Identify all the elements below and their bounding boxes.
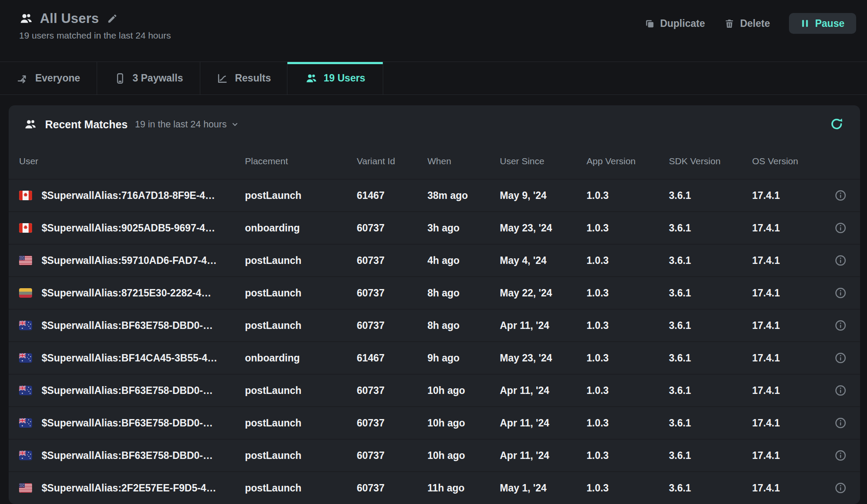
chevron-down-icon — [231, 120, 239, 129]
variant-id-cell: 60737 — [357, 320, 427, 332]
tab-users[interactable]: 19 Users — [287, 62, 383, 94]
pause-icon — [801, 19, 809, 28]
refresh-button[interactable] — [829, 117, 844, 131]
info-button[interactable] — [834, 254, 847, 267]
info-button[interactable] — [834, 449, 847, 462]
info-button[interactable] — [834, 286, 847, 299]
tab-paywalls[interactable]: 3 Paywalls — [97, 62, 200, 94]
app-version-cell: 1.0.3 — [587, 222, 669, 234]
info-icon — [834, 221, 847, 234]
country-flag-icon-canada — [19, 191, 32, 200]
when-cell: 10h ago — [427, 450, 500, 462]
when-cell: 8h ago — [427, 287, 500, 299]
info-icon — [834, 449, 847, 462]
os-version-cell: 17.4.1 — [752, 482, 824, 494]
delete-button[interactable]: Delete — [724, 18, 770, 29]
info-button[interactable] — [834, 319, 847, 332]
info-button[interactable] — [834, 384, 847, 397]
table-row[interactable]: $SuperwallAlias:87215E30-2282-4… postLau… — [9, 276, 860, 309]
info-button[interactable] — [834, 351, 847, 364]
panel-title: Recent Matches — [45, 118, 127, 131]
column-header-sdk-version: SDK Version — [669, 156, 752, 166]
placement-cell: postLaunch — [245, 417, 357, 429]
when-cell: 10h ago — [427, 417, 500, 429]
country-flag-icon-canada — [19, 223, 32, 233]
user-alias: $SuperwallAlias:BF14CA45-3B55-4… — [42, 352, 217, 364]
tab-everyone[interactable]: Everyone — [0, 62, 97, 94]
page-title: All Users — [40, 11, 99, 26]
country-flag-icon-usa — [19, 483, 32, 493]
table-row[interactable]: $SuperwallAlias:BF14CA45-3B55-4… onboard… — [9, 341, 860, 374]
tab-bar: Everyone 3 Paywalls Results 19 Users — [0, 62, 867, 95]
time-range-dropdown[interactable]: 19 in the last 24 hours — [135, 119, 239, 130]
table-row[interactable]: $SuperwallAlias:BF63E758-DBD0-… postLaun… — [9, 374, 860, 406]
placement-cell: postLaunch — [245, 450, 357, 462]
placement-cell: postLaunch — [245, 385, 357, 397]
column-header-user: User — [19, 156, 245, 166]
user-since-cell: Apr 11, '24 — [500, 385, 587, 397]
os-version-cell: 17.4.1 — [752, 287, 824, 299]
country-flag-icon-australia — [19, 353, 32, 363]
user-since-cell: Apr 11, '24 — [500, 417, 587, 429]
sdk-version-cell: 3.6.1 — [669, 450, 752, 462]
recent-matches-panel: Recent Matches 19 in the last 24 hours U… — [9, 105, 860, 504]
when-cell: 8h ago — [427, 320, 500, 332]
when-cell: 11h ago — [427, 482, 500, 494]
country-flag-icon-australia — [19, 418, 32, 428]
country-flag-icon-australia — [19, 386, 32, 395]
user-since-cell: May 22, '24 — [500, 287, 587, 299]
app-version-cell: 1.0.3 — [587, 287, 669, 299]
header-actions: Duplicate Delete Pause — [644, 13, 856, 34]
user-alias: $SuperwallAlias:BF63E758-DBD0-… — [42, 385, 213, 397]
info-icon — [834, 254, 847, 267]
users-icon — [24, 118, 37, 131]
os-version-cell: 17.4.1 — [752, 385, 824, 397]
info-button[interactable] — [834, 189, 847, 202]
info-button[interactable] — [834, 221, 847, 234]
when-cell: 9h ago — [427, 352, 500, 364]
info-button[interactable] — [834, 416, 847, 429]
table-row[interactable]: $SuperwallAlias:716A7D18-8F9E-4… postLau… — [9, 179, 860, 211]
table-row[interactable]: $SuperwallAlias:BF63E758-DBD0-… postLaun… — [9, 439, 860, 471]
variant-id-cell: 60737 — [357, 482, 427, 494]
table-body: $SuperwallAlias:716A7D18-8F9E-4… postLau… — [9, 179, 860, 504]
table-row[interactable]: $SuperwallAlias:BF63E758-DBD0-… postLaun… — [9, 309, 860, 341]
column-header-when: When — [427, 156, 500, 166]
app-version-cell: 1.0.3 — [587, 450, 669, 462]
placement-cell: postLaunch — [245, 190, 357, 202]
os-version-cell: 17.4.1 — [752, 222, 824, 234]
users-icon — [305, 72, 317, 85]
duplicate-button[interactable]: Duplicate — [644, 18, 705, 29]
info-icon — [834, 481, 847, 494]
table-row[interactable]: $SuperwallAlias:BF63E758-DBD0-… postLaun… — [9, 406, 860, 439]
phone-icon — [114, 72, 126, 85]
app-version-cell: 1.0.3 — [587, 352, 669, 364]
sdk-version-cell: 3.6.1 — [669, 352, 752, 364]
os-version-cell: 17.4.1 — [752, 450, 824, 462]
sdk-version-cell: 3.6.1 — [669, 222, 752, 234]
user-since-cell: May 23, '24 — [500, 352, 587, 364]
info-icon — [834, 351, 847, 364]
split-arrow-icon — [16, 72, 29, 85]
table-row[interactable]: $SuperwallAlias:9025ADB5-9697-4… onboard… — [9, 211, 860, 244]
variant-id-cell: 60737 — [357, 287, 427, 299]
column-header-variant-id: Variant Id — [357, 156, 427, 166]
table-row[interactable]: $SuperwallAlias:59710AD6-FAD7-4… postLau… — [9, 244, 860, 276]
table-row[interactable]: $SuperwallAlias:2F2E57EE-F9D5-4… postLau… — [9, 471, 860, 504]
app-version-cell: 1.0.3 — [587, 482, 669, 494]
edit-pencil-icon[interactable] — [107, 13, 118, 24]
user-since-cell: Apr 11, '24 — [500, 320, 587, 332]
pause-button[interactable]: Pause — [789, 13, 856, 34]
trash-icon — [724, 18, 735, 29]
when-cell: 38m ago — [427, 190, 500, 202]
variant-id-cell: 60737 — [357, 417, 427, 429]
user-alias: $SuperwallAlias:87215E30-2282-4… — [42, 287, 211, 299]
sdk-version-cell: 3.6.1 — [669, 287, 752, 299]
tab-results[interactable]: Results — [200, 62, 287, 94]
info-icon — [834, 189, 847, 202]
info-icon — [834, 384, 847, 397]
variant-id-cell: 60737 — [357, 450, 427, 462]
info-icon — [834, 319, 847, 332]
info-button[interactable] — [834, 481, 847, 494]
os-version-cell: 17.4.1 — [752, 320, 824, 332]
